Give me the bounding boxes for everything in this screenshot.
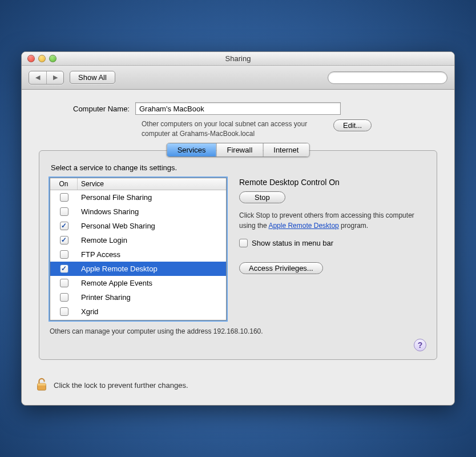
- computer-name-row: Computer Name:: [73, 102, 437, 115]
- titlebar: Sharing: [22, 52, 454, 66]
- service-label: Apple Remote Desktop: [78, 264, 226, 273]
- toolbar: ◀ ▶ Show All: [22, 66, 454, 90]
- detail-description: Click Stop to prevent others from access…: [239, 210, 426, 231]
- service-label: Windows Sharing: [78, 207, 226, 216]
- services-table-body: Personal File SharingWindows SharingPers…: [50, 190, 226, 320]
- minimize-button[interactable]: [38, 55, 46, 62]
- tab-firewall[interactable]: Firewall: [216, 143, 263, 157]
- service-checkbox[interactable]: [60, 236, 68, 244]
- tab-services[interactable]: Services: [167, 143, 216, 157]
- tab-internet[interactable]: Internet: [263, 143, 309, 157]
- forward-button[interactable]: ▶: [46, 71, 63, 84]
- back-button[interactable]: ◀: [29, 71, 46, 84]
- service-checkbox[interactable]: [60, 293, 68, 302]
- column-header-service[interactable]: Service: [78, 178, 226, 190]
- service-checkbox[interactable]: [60, 307, 68, 316]
- detail-title: Remote Desktop Control On: [239, 178, 426, 187]
- services-tabbox: Services Firewall Internet Select a serv…: [39, 150, 437, 360]
- stop-button[interactable]: Stop: [239, 191, 285, 203]
- manage-address-note: Others can manage your computer using th…: [50, 327, 426, 335]
- edit-button[interactable]: Edit...: [333, 119, 372, 131]
- service-checkbox[interactable]: [60, 222, 68, 230]
- services-table-header: On Service: [50, 178, 226, 190]
- service-row[interactable]: Remote Login: [50, 233, 226, 247]
- computer-name-input[interactable]: [135, 102, 341, 115]
- service-checkbox[interactable]: [60, 193, 68, 202]
- service-checkbox[interactable]: [60, 264, 68, 273]
- services-table: On Service Personal File SharingWindows …: [50, 178, 227, 320]
- unlock-icon[interactable]: [35, 377, 48, 394]
- service-detail-pane: Remote Desktop Control On Stop Click Sto…: [239, 178, 426, 320]
- detail-description-post: program.: [339, 222, 368, 230]
- show-status-row: Show status in menu bar: [239, 239, 426, 247]
- services-two-col: On Service Personal File SharingWindows …: [50, 178, 426, 320]
- apple-remote-desktop-link[interactable]: Apple Remote Desktop: [268, 222, 338, 230]
- computer-name-label: Computer Name:: [73, 105, 130, 113]
- service-row[interactable]: Printer Sharing: [50, 290, 226, 304]
- show-all-button[interactable]: Show All: [70, 71, 115, 84]
- traffic-lights: [22, 55, 57, 62]
- window-title: Sharing: [22, 54, 454, 63]
- service-label: Xgrid: [78, 307, 226, 316]
- service-row[interactable]: FTP Access: [50, 247, 226, 262]
- search-input[interactable]: [328, 71, 447, 84]
- lock-row: Click the lock to prevent further change…: [22, 369, 454, 405]
- access-privileges-button[interactable]: Access Privileges...: [239, 262, 323, 274]
- service-label: Remote Login: [78, 236, 226, 244]
- svg-rect-3: [38, 383, 46, 386]
- service-checkbox[interactable]: [60, 250, 68, 259]
- service-row[interactable]: Windows Sharing: [50, 205, 226, 219]
- content: Computer Name: Other computers on your l…: [22, 90, 454, 369]
- service-row[interactable]: Personal Web Sharing: [50, 219, 226, 233]
- service-row[interactable]: Apple Remote Desktop: [50, 262, 226, 276]
- lock-text: Click the lock to prevent further change…: [54, 381, 188, 390]
- service-label: Printer Sharing: [78, 293, 226, 302]
- tab-strip: Services Firewall Internet: [167, 143, 310, 157]
- service-row[interactable]: Personal File Sharing: [50, 190, 226, 205]
- service-checkbox[interactable]: [60, 279, 68, 287]
- sharing-preferences-window: Sharing ◀ ▶ Show All Computer Name: Othe…: [21, 51, 455, 406]
- service-label: Personal Web Sharing: [78, 222, 226, 230]
- computer-name-hint: Other computers on your local subnet can…: [142, 119, 324, 139]
- service-row[interactable]: Remote Apple Events: [50, 276, 226, 290]
- show-status-label: Show status in menu bar: [252, 239, 333, 247]
- help-row: ?: [50, 339, 426, 351]
- computer-name-hint-row: Other computers on your local subnet can…: [142, 119, 437, 139]
- service-checkbox[interactable]: [60, 207, 68, 216]
- close-button[interactable]: [27, 55, 35, 62]
- column-header-on[interactable]: On: [50, 178, 78, 190]
- service-label: Remote Apple Events: [78, 279, 226, 287]
- service-label: FTP Access: [78, 250, 226, 259]
- nav-capsule: ◀ ▶: [29, 71, 64, 85]
- service-label: Personal File Sharing: [78, 193, 226, 202]
- instruction-text: Select a service to change its settings.: [51, 163, 426, 172]
- service-row[interactable]: Xgrid: [50, 304, 226, 319]
- search-wrap: [328, 71, 447, 84]
- show-status-checkbox[interactable]: [239, 239, 248, 247]
- help-button[interactable]: ?: [414, 339, 426, 351]
- zoom-button[interactable]: [49, 55, 57, 62]
